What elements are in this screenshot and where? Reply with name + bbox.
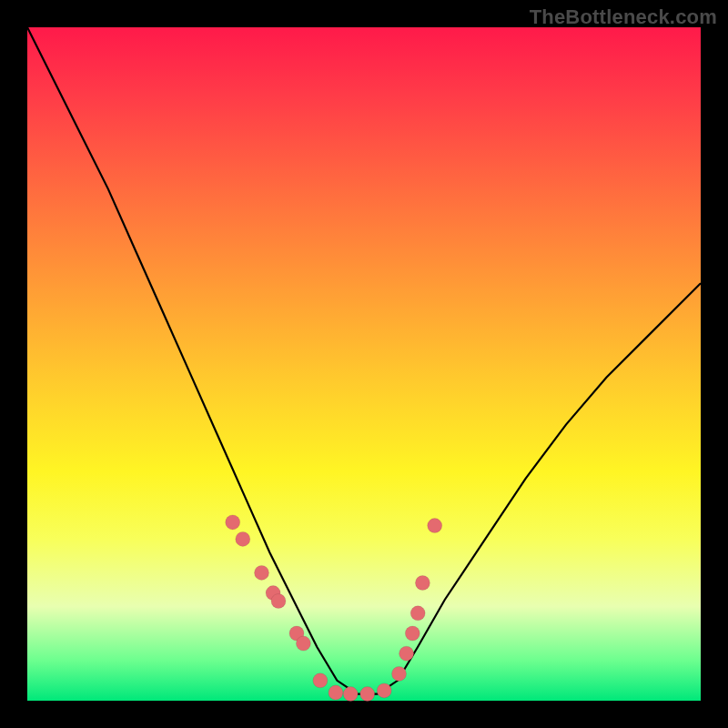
highlight-dot (255, 565, 269, 580)
chart-svg (27, 27, 701, 701)
highlight-dot (415, 576, 430, 591)
highlight-dot (343, 687, 358, 702)
chart-frame: TheBottleneck.com (0, 0, 728, 728)
highlight-dot (329, 685, 343, 700)
highlight-dot (360, 687, 375, 702)
highlight-dot (428, 519, 442, 533)
highlight-dot (271, 594, 286, 609)
highlight-dot (226, 515, 240, 530)
watermark-text: TheBottleneck.com (530, 5, 717, 29)
highlight-dot (405, 626, 420, 641)
highlight-dot (296, 636, 310, 651)
highlight-dot (236, 531, 250, 546)
highlight-dot (392, 666, 407, 681)
bottleneck-curve (27, 27, 701, 694)
plot-area (27, 27, 701, 701)
highlight-dot (313, 673, 328, 688)
highlight-dot (410, 606, 425, 621)
highlight-dot (377, 683, 391, 698)
highlight-dot (399, 646, 414, 661)
